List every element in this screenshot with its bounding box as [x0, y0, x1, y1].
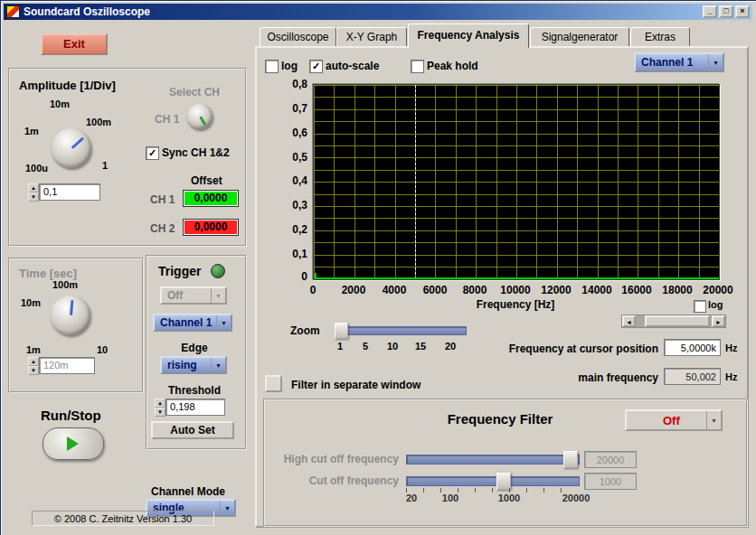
sync-checkbox-label: Sync CH 1&2 — [162, 146, 230, 159]
zoom-slider-thumb[interactable] — [335, 323, 348, 339]
channel-select-value: Channel 1 — [641, 56, 693, 69]
x-axis-tick: 14000 — [574, 284, 619, 296]
titlebar[interactable]: Soundcard Oszilloscope _ □ × — [4, 4, 752, 20]
y-axis-tick: 0 — [277, 270, 307, 283]
time-spin-arrows[interactable]: ▲ ▼ — [28, 357, 39, 374]
spin-up-icon[interactable]: ▲ — [155, 399, 165, 408]
tab-oscilloscope[interactable]: Oscilloscope — [260, 27, 336, 46]
cut-off-value[interactable]: 1000 — [584, 473, 637, 490]
maximize-icon[interactable]: □ — [719, 5, 733, 18]
time-value-field[interactable]: 120m — [39, 357, 95, 374]
peak-hold-checkbox[interactable] — [411, 60, 424, 73]
threshold-spinner[interactable]: ▲ ▼ 0,198 — [155, 399, 225, 416]
select-ch-knob-needle — [199, 116, 206, 126]
peak-hold-checkbox-label: Peak hold — [427, 60, 478, 72]
x-axis-tick: 6000 — [412, 284, 458, 296]
graph-log-checkbox-label: log — [708, 299, 723, 310]
log-checkbox[interactable] — [265, 60, 279, 73]
minimize-icon[interactable]: _ — [703, 5, 717, 18]
tab-signalgenerator[interactable]: Signalgenerator — [530, 27, 629, 46]
threshold-label: Threshold — [147, 384, 241, 397]
amplitude-value-field[interactable]: 0,1 — [39, 183, 100, 201]
run-stop-button[interactable] — [43, 427, 104, 460]
high-cut-slider-track[interactable] — [406, 455, 580, 465]
channel-select-dropdown[interactable]: Channel 1 ▼ — [634, 52, 724, 72]
filter-scale-label: 20000 — [553, 493, 599, 503]
filter-window-label: Filter in separate window — [291, 379, 421, 391]
window-title: Soundcard Oszilloscope — [24, 5, 150, 18]
trigger-edge-value: rising — [167, 359, 197, 371]
tab-frequency-analysis[interactable]: Frequency Analysis — [408, 23, 529, 48]
amplitude-spin-arrows[interactable]: ▲ ▼ — [28, 183, 39, 201]
time-value-spinner[interactable]: ▲ ▼ 120m — [28, 357, 95, 374]
graph-scrollbar[interactable]: ◄ ► — [621, 314, 726, 328]
threshold-spin-arrows[interactable]: ▲ ▼ — [155, 399, 165, 416]
amplitude-value-spinner[interactable]: ▲ ▼ 0,1 — [28, 183, 100, 201]
tab-xy-graph[interactable]: X-Y Graph — [336, 27, 407, 46]
time-knob[interactable] — [51, 296, 90, 335]
spin-down-icon[interactable]: ▼ — [155, 408, 165, 417]
time-knob-tick: 100m — [52, 279, 78, 290]
amplitude-knob-tick: 100u — [25, 163, 48, 174]
high-cut-label: High cut off frequency — [273, 453, 399, 465]
chevron-down-icon: ▼ — [220, 501, 234, 515]
zoom-slider-track[interactable] — [335, 326, 467, 335]
tab-extras[interactable]: Extras — [630, 27, 690, 46]
offset-ch2-label: CH 2 — [150, 222, 175, 235]
trigger-led — [211, 264, 225, 278]
offset-label: Offset — [191, 174, 222, 187]
high-cut-value[interactable]: 20000 — [584, 451, 637, 468]
exit-button[interactable]: Exit — [41, 33, 108, 55]
trigger-mode-dropdown[interactable]: Off ▼ — [160, 286, 227, 305]
spin-up-icon[interactable]: ▲ — [28, 183, 39, 192]
log-checkbox-label: log — [281, 60, 298, 72]
cut-off-label: Cut off frequency — [273, 474, 399, 487]
amplitude-knob[interactable] — [52, 128, 91, 168]
amplitude-knob-needle — [71, 137, 84, 150]
amplitude-knob-tick: 1m — [24, 126, 39, 136]
graph-log-checkbox[interactable] — [694, 300, 706, 313]
trigger-mode-value: Off — [167, 289, 183, 302]
close-icon[interactable]: × — [735, 5, 750, 18]
main-frequency-value: 50,002 — [664, 368, 721, 385]
spectrum-plot[interactable] — [313, 84, 720, 280]
filter-mode-value: Off — [663, 414, 680, 427]
auto-scale-checkbox[interactable]: ✓ — [309, 60, 323, 73]
amplitude-group: Amplitude [1/Div] 10m 100m 1m 100u 1 ▲ ▼… — [8, 68, 247, 247]
spin-down-icon[interactable]: ▼ — [28, 192, 39, 202]
offset-ch1-label: CH 1 — [150, 193, 175, 206]
chevron-down-icon: ▼ — [211, 288, 225, 303]
x-axis-tick: 10000 — [493, 284, 538, 296]
spin-down-icon[interactable]: ▼ — [28, 366, 39, 375]
cursor-line[interactable] — [415, 85, 416, 279]
y-axis-tick: 0,5 — [277, 151, 307, 164]
x-axis-tick: 20000 — [695, 284, 741, 296]
spin-up-icon[interactable]: ▲ — [28, 357, 39, 366]
x-axis-tick: 8000 — [452, 284, 497, 296]
cursor-frequency-value[interactable]: 5,0000k — [664, 339, 721, 356]
scroll-right-icon[interactable]: ► — [712, 315, 725, 327]
y-axis-tick: 0,2 — [277, 223, 307, 236]
time-knob-needle — [70, 300, 73, 315]
filter-mode-dropdown[interactable]: Off ▼ — [625, 409, 723, 431]
amplitude-title: Amplitude [1/Div] — [19, 79, 116, 92]
scrollbar-thumb[interactable] — [645, 315, 710, 327]
trigger-channel-dropdown[interactable]: Channel 1 ▼ — [153, 314, 232, 332]
time-knob-tick: 10 — [97, 344, 108, 355]
trigger-edge-dropdown[interactable]: rising ▼ — [160, 356, 227, 374]
high-cut-slider-thumb[interactable] — [563, 451, 578, 468]
auto-set-button[interactable]: Auto Set — [151, 421, 234, 439]
amplitude-knob-tick: 100m — [86, 117, 111, 127]
cut-off-slider-track[interactable] — [406, 476, 580, 486]
y-axis-tick: 0,8 — [277, 78, 307, 90]
filter-window-button[interactable] — [265, 375, 282, 392]
threshold-value-field[interactable]: 0,198 — [165, 399, 225, 416]
trigger-group: Trigger Off ▼ Channel 1 ▼ Edge rising ▼ … — [146, 255, 247, 450]
run-stop-label: Run/Stop — [41, 408, 101, 423]
select-ch-knob[interactable] — [187, 104, 213, 129]
app-icon — [6, 5, 20, 18]
scroll-left-icon[interactable]: ◄ — [622, 315, 636, 327]
x-axis-tick: 2000 — [331, 284, 376, 296]
play-icon — [67, 436, 79, 451]
sync-checkbox[interactable]: ✓ — [146, 146, 159, 160]
